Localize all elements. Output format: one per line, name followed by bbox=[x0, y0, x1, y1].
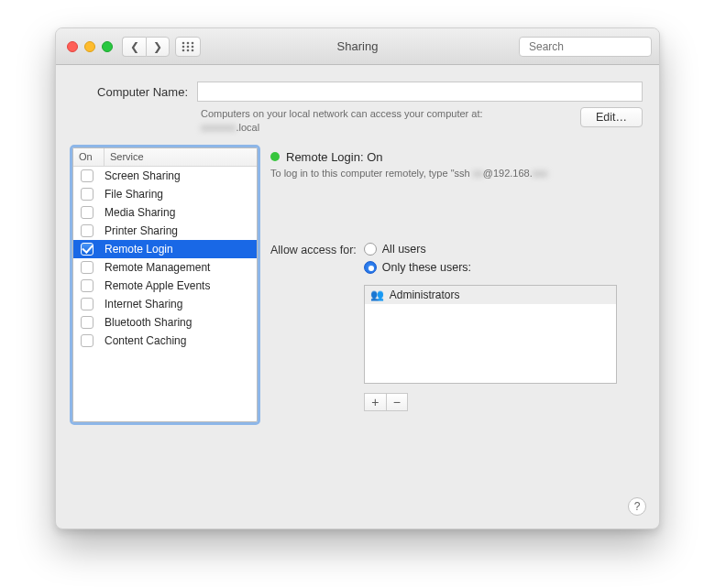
window-controls bbox=[67, 41, 113, 52]
service-checkbox[interactable] bbox=[81, 316, 94, 329]
forward-button[interactable]: ❯ bbox=[146, 37, 170, 57]
svg-point-3 bbox=[182, 45, 185, 48]
service-checkbox[interactable] bbox=[81, 279, 94, 292]
chevron-left-icon: ❮ bbox=[130, 40, 139, 53]
service-label: File Sharing bbox=[104, 188, 251, 201]
service-label: Remote Login bbox=[104, 243, 251, 256]
users-add-remove: + − bbox=[364, 393, 617, 411]
service-checkbox[interactable] bbox=[81, 298, 94, 310]
service-row[interactable]: Remote Apple Events bbox=[73, 277, 257, 295]
nav-group: ❮ ❯ bbox=[122, 37, 170, 57]
zoom-window-icon[interactable] bbox=[102, 41, 113, 52]
status-dot-icon bbox=[270, 152, 280, 161]
chevron-right-icon: ❯ bbox=[153, 40, 162, 53]
edit-hostname-button[interactable]: Edit… bbox=[580, 107, 643, 127]
show-all-button[interactable] bbox=[175, 37, 201, 57]
help-button[interactable]: ? bbox=[628, 497, 646, 516]
svg-point-6 bbox=[182, 49, 185, 51]
users-icon: 👥 bbox=[370, 289, 384, 301]
svg-point-1 bbox=[187, 41, 190, 44]
allow-access-label: Allow access for: bbox=[270, 243, 357, 411]
close-window-icon[interactable] bbox=[67, 41, 78, 52]
services-header: On Service bbox=[73, 148, 257, 167]
user-name: Administrators bbox=[390, 289, 460, 301]
service-label: Screen Sharing bbox=[104, 169, 251, 182]
titlebar: ❮ ❯ Sharing bbox=[56, 28, 659, 65]
radio-only-label: Only these users: bbox=[382, 261, 471, 274]
service-row[interactable]: Internet Sharing bbox=[73, 295, 257, 313]
svg-point-2 bbox=[192, 41, 194, 44]
radio-icon bbox=[364, 261, 377, 274]
service-row[interactable]: Remote Management bbox=[73, 258, 257, 277]
radio-all-users[interactable]: All users bbox=[364, 243, 617, 256]
svg-point-8 bbox=[192, 49, 194, 51]
user-row[interactable]: 👥Administrators bbox=[365, 286, 616, 304]
service-label: Internet Sharing bbox=[104, 298, 251, 310]
service-checkbox[interactable] bbox=[81, 169, 94, 182]
col-on: On bbox=[73, 148, 104, 166]
service-detail: Remote Login: On To log in to this compu… bbox=[270, 147, 643, 422]
computer-name-input[interactable] bbox=[197, 82, 643, 102]
service-row[interactable]: Remote Login bbox=[73, 240, 257, 258]
service-row[interactable]: Screen Sharing bbox=[73, 167, 257, 185]
service-label: Printer Sharing bbox=[104, 224, 251, 237]
computer-name-label: Computer Name: bbox=[82, 85, 188, 99]
radio-icon bbox=[364, 243, 377, 256]
remote-login-hint: To log in to this computer remotely, typ… bbox=[270, 168, 643, 179]
bonjour-text: Computers on your local network can acce… bbox=[201, 107, 483, 135]
service-label: Media Sharing bbox=[104, 206, 251, 219]
col-service: Service bbox=[104, 148, 257, 166]
service-label: Bluetooth Sharing bbox=[104, 316, 251, 329]
back-button[interactable]: ❮ bbox=[122, 37, 146, 57]
service-checkbox[interactable] bbox=[81, 261, 94, 274]
service-label: Content Caching bbox=[104, 334, 251, 347]
service-checkbox[interactable] bbox=[81, 243, 94, 256]
service-checkbox[interactable] bbox=[81, 206, 94, 219]
svg-point-0 bbox=[182, 41, 185, 44]
svg-point-4 bbox=[187, 45, 190, 48]
service-label: Remote Management bbox=[104, 261, 251, 274]
add-user-button[interactable]: + bbox=[364, 393, 386, 411]
service-checkbox[interactable] bbox=[81, 188, 94, 201]
service-row[interactable]: Printer Sharing bbox=[73, 222, 257, 240]
status-text: Remote Login: On bbox=[286, 150, 383, 164]
services-table[interactable]: On Service Screen SharingFile SharingMed… bbox=[72, 147, 258, 422]
service-row[interactable]: File Sharing bbox=[73, 185, 257, 203]
search-input[interactable] bbox=[529, 40, 660, 53]
remove-user-button[interactable]: − bbox=[386, 393, 408, 411]
radio-only-these-users[interactable]: Only these users: bbox=[364, 261, 617, 274]
grid-icon bbox=[182, 41, 194, 52]
service-checkbox[interactable] bbox=[81, 334, 94, 347]
svg-point-7 bbox=[187, 49, 190, 51]
radio-all-label: All users bbox=[382, 243, 426, 256]
minimize-window-icon[interactable] bbox=[84, 41, 95, 52]
service-row[interactable]: Bluetooth Sharing bbox=[73, 313, 257, 332]
users-list[interactable]: 👥Administrators bbox=[364, 285, 617, 384]
service-row[interactable]: Content Caching bbox=[73, 332, 257, 350]
service-label: Remote Apple Events bbox=[104, 279, 251, 292]
sharing-pref-pane: ❮ ❯ Sharing Computer Name: Computers on bbox=[55, 27, 660, 529]
service-checkbox[interactable] bbox=[81, 224, 94, 237]
search-field[interactable] bbox=[519, 37, 652, 57]
service-row[interactable]: Media Sharing bbox=[73, 203, 257, 222]
svg-point-5 bbox=[192, 45, 194, 48]
